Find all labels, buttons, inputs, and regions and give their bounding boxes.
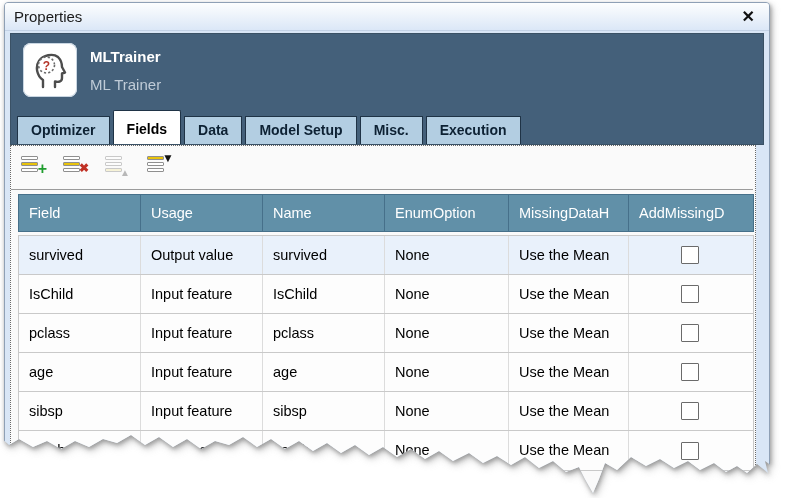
- cell-missingdata[interactable]: Use the Mean: [509, 431, 629, 470]
- table-row[interactable]: sibsp Input feature sibsp None Use the M…: [19, 392, 753, 431]
- cell-field[interactable]: age: [19, 353, 141, 391]
- column-header-missingdata[interactable]: MissingDataH: [509, 195, 629, 231]
- cell-enumoption[interactable]: None: [385, 275, 509, 313]
- module-subtitle: ML Trainer: [90, 76, 161, 93]
- cell-enumoption[interactable]: None: [385, 431, 509, 470]
- cell-usage[interactable]: Input feature: [141, 392, 263, 430]
- cell-addmissing: [629, 236, 750, 274]
- properties-window: Properties ✕ ? MLTrainer ML Trainer Opti…: [4, 2, 770, 496]
- close-icon[interactable]: ✕: [742, 9, 755, 25]
- add-missing-checkbox[interactable]: [681, 324, 699, 342]
- cell-enumoption[interactable]: None: [385, 353, 509, 391]
- cell-name[interactable]: sibsp: [263, 392, 385, 430]
- down-arrow-glyph: ▼: [162, 152, 174, 164]
- table-row[interactable]: IsChild Input feature IsChild None Use t…: [19, 275, 753, 314]
- cell-usage[interactable]: Input feature: [141, 353, 263, 391]
- cell-name[interactable]: age: [263, 353, 385, 391]
- tab-misc[interactable]: Misc.: [360, 116, 423, 144]
- fields-grid: Field Usage Name EnumOption MissingDataH…: [18, 194, 754, 471]
- table-row[interactable]: survived Output value survived None Use …: [19, 236, 753, 275]
- cell-usage[interactable]: Input feature: [141, 431, 263, 470]
- grid-toolbar: + ✖ ▲ ▼: [11, 146, 753, 190]
- cell-usage[interactable]: Input feature: [141, 275, 263, 313]
- cell-missingdata[interactable]: Use the Mean: [509, 314, 629, 352]
- module-header-panel: ? MLTrainer ML Trainer Optimizer Fields …: [10, 33, 764, 145]
- table-row[interactable]: pclass Input feature pclass None Use the…: [19, 314, 753, 353]
- fields-tab-page: + ✖ ▲ ▼ Field Usage: [10, 145, 756, 498]
- cell-addmissing: [629, 353, 750, 391]
- cell-addmissing: [629, 392, 750, 430]
- cell-missingdata[interactable]: Use the Mean: [509, 275, 629, 313]
- cell-name[interactable]: parch: [263, 431, 385, 470]
- cell-name[interactable]: pclass: [263, 314, 385, 352]
- cell-usage[interactable]: Output value: [141, 236, 263, 274]
- row-options-icon[interactable]: ▼: [146, 154, 173, 180]
- table-row[interactable]: parch Input feature parch None Use the M…: [19, 431, 753, 470]
- tab-data[interactable]: Data: [184, 116, 242, 144]
- torn-paper-edge: Properties ✕ ? MLTrainer ML Trainer Opti…: [0, 0, 808, 498]
- cell-field[interactable]: survived: [19, 236, 141, 274]
- tab-execution[interactable]: Execution: [426, 116, 521, 144]
- cell-missingdata[interactable]: Use the Mean: [509, 236, 629, 274]
- cell-field[interactable]: sibsp: [19, 392, 141, 430]
- column-header-enumoption[interactable]: EnumOption: [385, 195, 509, 231]
- add-missing-checkbox[interactable]: [681, 246, 699, 264]
- window-title: Properties: [14, 8, 82, 25]
- cell-usage[interactable]: Input feature: [141, 314, 263, 352]
- tab-strip: Optimizer Fields Data Model Setup Misc. …: [17, 110, 521, 144]
- add-row-icon[interactable]: +: [20, 154, 47, 180]
- delete-row-icon[interactable]: ✖: [62, 154, 89, 180]
- add-missing-checkbox[interactable]: [681, 442, 699, 460]
- column-header-name[interactable]: Name: [263, 195, 385, 231]
- grid-header-row: Field Usage Name EnumOption MissingDataH…: [18, 194, 754, 232]
- tab-model-setup[interactable]: Model Setup: [245, 116, 356, 144]
- cell-missingdata[interactable]: Use the Mean: [509, 353, 629, 391]
- move-row-up-icon: ▲: [104, 154, 131, 180]
- column-header-usage[interactable]: Usage: [141, 195, 263, 231]
- add-missing-checkbox[interactable]: [681, 285, 699, 303]
- cell-field[interactable]: IsChild: [19, 275, 141, 313]
- plus-glyph: +: [38, 161, 47, 177]
- module-title: MLTrainer: [90, 48, 161, 65]
- torn-screenshot-stage: Properties ✕ ? MLTrainer ML Trainer Opti…: [0, 0, 808, 498]
- svg-text:?: ?: [43, 59, 50, 73]
- grid-body: survived Output value survived None Use …: [18, 235, 754, 471]
- cross-glyph: ✖: [79, 162, 89, 174]
- table-row[interactable]: age Input feature age None Use the Mean: [19, 353, 753, 392]
- up-arrow-glyph: ▲: [120, 168, 130, 178]
- cell-addmissing: [629, 314, 750, 352]
- cell-missingdata[interactable]: Use the Mean: [509, 392, 629, 430]
- tab-fields[interactable]: Fields: [113, 110, 181, 144]
- column-header-addmissing[interactable]: AddMissingD: [629, 195, 750, 231]
- cell-addmissing: [629, 275, 750, 313]
- titlebar: Properties ✕: [5, 3, 769, 31]
- add-missing-checkbox[interactable]: [681, 402, 699, 420]
- cell-addmissing: [629, 431, 750, 470]
- tab-optimizer[interactable]: Optimizer: [17, 116, 110, 144]
- cell-enumoption[interactable]: None: [385, 236, 509, 274]
- cell-enumoption[interactable]: None: [385, 392, 509, 430]
- cell-enumoption[interactable]: None: [385, 314, 509, 352]
- cell-name[interactable]: survived: [263, 236, 385, 274]
- column-header-field[interactable]: Field: [19, 195, 141, 231]
- cell-field[interactable]: pclass: [19, 314, 141, 352]
- head-gear-question-icon: ?: [28, 48, 72, 92]
- cell-field[interactable]: parch: [19, 431, 141, 470]
- cell-name[interactable]: IsChild: [263, 275, 385, 313]
- add-missing-checkbox[interactable]: [681, 363, 699, 381]
- ml-trainer-icon: ?: [23, 43, 77, 97]
